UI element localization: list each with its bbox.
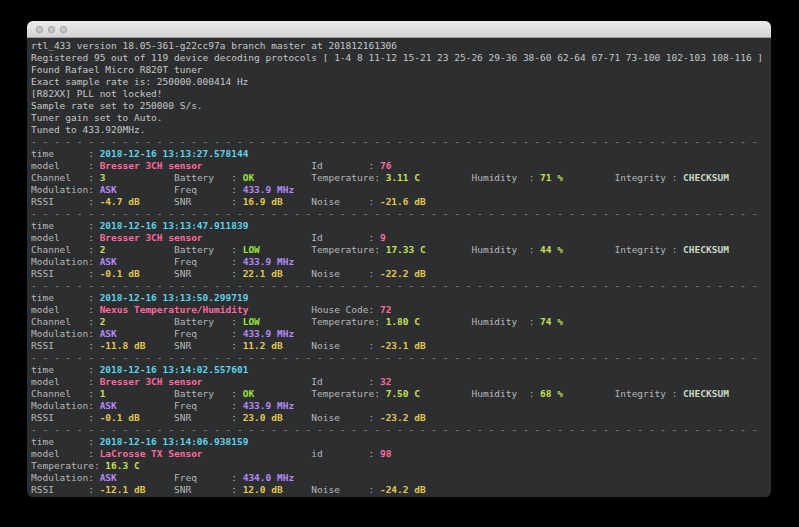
label-text: Id : xyxy=(203,232,380,243)
mod-text: 434.0 MHz xyxy=(243,472,294,483)
terminal-line: RSSI : -12.1 dB SNR : 12.0 dB Noise : -2… xyxy=(31,484,771,496)
plain-text: Tuner gain set to Auto. xyxy=(31,112,163,123)
label-text: Channel : xyxy=(31,244,100,255)
model-text: LaCrosse TX Sensor xyxy=(100,448,203,459)
terminal-line: - - - - - - - - - - - - - - - - - - - - … xyxy=(31,208,771,220)
zoom-button[interactable] xyxy=(60,26,67,33)
db-text: -4.7 dB xyxy=(100,196,140,207)
window-titlebar[interactable] xyxy=(27,21,771,38)
separator-dashes: - - - - - - - - - - - - - - - - - - - - … xyxy=(31,136,763,147)
terminal-line: RSSI : -0.1 dB SNR : 22.1 dB Noise : -22… xyxy=(31,268,771,280)
minimize-button[interactable] xyxy=(48,26,55,33)
terminal-line: RSSI : -11.8 dB SNR : 11.2 dB Noise : -2… xyxy=(31,340,771,352)
integrity-text: CHECKSUM xyxy=(683,388,729,399)
label-text: time : xyxy=(31,292,100,303)
label-text: Modulation: xyxy=(31,256,100,267)
label-text: Modulation: xyxy=(31,184,100,195)
label-text: Noise : xyxy=(283,484,380,495)
batt-text: OK xyxy=(243,172,254,183)
mod-text: ASK xyxy=(100,472,117,483)
terminal-output[interactable]: rtl_433 version 18.05-361-g22cc97a branc… xyxy=(27,38,771,497)
label-text: Battery : xyxy=(105,316,242,327)
terminal-line: model : Nexus Temperature/Humidity House… xyxy=(31,304,771,316)
label-text: Humidity : xyxy=(420,316,540,327)
terminal-line: Found Rafael Micro R820T tuner xyxy=(31,64,771,76)
label-text: Channel : xyxy=(31,388,100,399)
label-text: Integrity : xyxy=(563,172,683,183)
time-text: 2018-12-16 13:13:50.299719 xyxy=(100,292,249,303)
terminal-line: Modulation: ASK Freq : 433.9 MHz xyxy=(31,400,771,412)
label-text: RSSI : xyxy=(31,196,100,207)
db-text: -24.2 dB xyxy=(380,484,426,495)
plain-text: Found Rafael Micro R820T tuner xyxy=(31,64,203,75)
separator-dashes: - - - - - - - - - - - - - - - - - - - - … xyxy=(31,352,763,363)
terminal-line: time : 2018-12-16 13:13:50.299719 xyxy=(31,292,771,304)
integrity-text: CHECKSUM xyxy=(683,172,729,183)
temp-text: 68 % xyxy=(540,388,563,399)
label-text: Humidity : xyxy=(420,388,540,399)
model-text: Bresser 3CH sensor xyxy=(100,376,203,387)
label-text: Integrity : xyxy=(563,244,683,255)
terminal-line: Channel : 1 Battery : OK Temperature: 7.… xyxy=(31,388,771,400)
terminal-line: Modulation: ASK Freq : 434.0 MHz xyxy=(31,472,771,484)
terminal-line: Modulation: ASK Freq : 433.9 MHz xyxy=(31,328,771,340)
label-text: Modulation: xyxy=(31,472,100,483)
db-text: -22.2 dB xyxy=(380,268,426,279)
label-text: Humidity : xyxy=(420,172,540,183)
label-text: Freq : xyxy=(117,472,243,483)
label-text: model : xyxy=(31,160,100,171)
mod-text: ASK xyxy=(100,400,117,411)
label-text: Channel : xyxy=(31,316,100,327)
terminal-line: Registered 95 out of 119 device decoding… xyxy=(31,52,771,64)
terminal-line: model : Bresser 3CH sensor Id : 76 xyxy=(31,160,771,172)
label-text: id : xyxy=(203,448,380,459)
temp-text: 71 % xyxy=(540,172,563,183)
label-text: SNR : xyxy=(140,268,243,279)
terminal-line: Sample rate set to 250000 S/s. xyxy=(31,100,771,112)
model-text: 9 xyxy=(380,232,386,243)
temp-text: 74 % xyxy=(540,316,563,327)
temp-text: 1.80 C xyxy=(386,316,420,327)
terminal-line: Channel : 2 Battery : LOW Temperature: 1… xyxy=(31,244,771,256)
db-text: -11.8 dB xyxy=(100,340,146,351)
terminal-line: Modulation: ASK Freq : 433.9 MHz xyxy=(31,256,771,268)
terminal-line: model : Bresser 3CH sensor Id : 32 xyxy=(31,376,771,388)
model-text: Bresser 3CH sensor xyxy=(100,232,203,243)
label-text: SNR : xyxy=(140,412,243,423)
close-button[interactable] xyxy=(36,26,43,33)
terminal-line: Modulation: ASK Freq : 433.9 MHz xyxy=(31,184,771,196)
label-text: Temperature: xyxy=(260,244,386,255)
mod-text: ASK xyxy=(100,328,117,339)
label-text: Noise : xyxy=(283,196,380,207)
batt-text: OK xyxy=(243,388,254,399)
plain-text: [R82XX] PLL not locked! xyxy=(31,88,163,99)
terminal-line: - - - - - - - - - - - - - - - - - - - - … xyxy=(31,352,771,364)
db-text: -12.1 dB xyxy=(100,484,146,495)
db-text: -23.1 dB xyxy=(380,340,426,351)
plain-text: Exact sample rate is: 250000.000414 Hz xyxy=(31,76,248,87)
label-text: Modulation: xyxy=(31,400,100,411)
label-text: model : xyxy=(31,232,100,243)
terminal-line: time : 2018-12-16 13:14:02.557601 xyxy=(31,364,771,376)
db-text: -23.2 dB xyxy=(380,412,426,423)
terminal-line: - - - - - - - - - - - - - - - - - - - - … xyxy=(31,136,771,148)
time-text: 2018-12-16 13:13:27.578144 xyxy=(100,148,249,159)
label-text: SNR : xyxy=(145,484,242,495)
label-text: Freq : xyxy=(117,328,243,339)
label-text: Integrity : xyxy=(563,388,683,399)
terminal-line: Tuner gain set to Auto. xyxy=(31,112,771,124)
label-text: Noise : xyxy=(283,268,380,279)
separator-dashes: - - - - - - - - - - - - - - - - - - - - … xyxy=(31,208,763,219)
label-text: Id : xyxy=(203,160,380,171)
label-text: SNR : xyxy=(145,340,242,351)
label-text: SNR : xyxy=(140,196,243,207)
label-text: Temperature: xyxy=(260,316,386,327)
time-text: 2018-12-16 13:14:06.938159 xyxy=(100,436,249,447)
label-text: RSSI : xyxy=(31,340,100,351)
label-text: Freq : xyxy=(117,400,243,411)
label-text: Temperature: xyxy=(254,172,386,183)
label-text: Noise : xyxy=(283,412,380,423)
model-text: Bresser 3CH sensor xyxy=(100,160,203,171)
db-text: -21.6 dB xyxy=(380,196,426,207)
db-text: 12.0 dB xyxy=(243,484,283,495)
